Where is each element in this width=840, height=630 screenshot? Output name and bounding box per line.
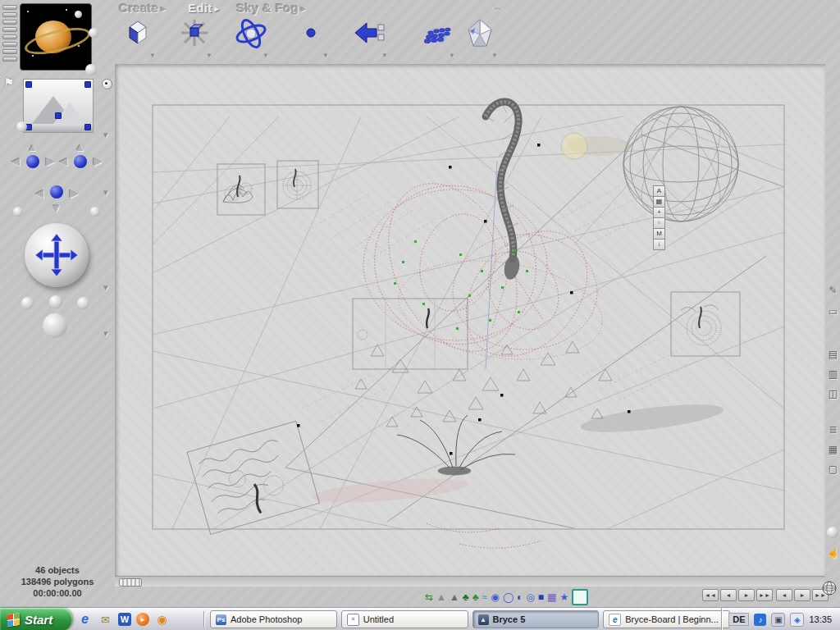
strip-button[interactable] — [2, 27, 17, 32]
arrow-left-icon[interactable]: ◀ — [59, 155, 67, 167]
menu-create[interactable]: Create▸ — [119, 1, 166, 15]
flag-icon[interactable]: ⚑ — [3, 75, 14, 90]
arrow-down-icon[interactable]: ▼ — [51, 202, 62, 214]
mini-trackball-icon[interactable] — [827, 527, 838, 538]
scene-canvas[interactable]: A ▦ + ▫ M ↓ — [115, 64, 825, 576]
drop-button[interactable]: ↓ — [653, 239, 665, 250]
arrow-up-icon[interactable]: ▲ — [75, 141, 85, 153]
nudge-control-left[interactable]: ▲ ◀ ▶ — [11, 141, 54, 182]
swap-preset-icon[interactable]: ⇆ — [425, 591, 433, 604]
nudge-control-down[interactable]: ◀ ▶ ▼ — [35, 179, 78, 220]
dropdown-icon[interactable]: ▾ — [450, 51, 454, 59]
scene-wireframe[interactable] — [115, 64, 825, 576]
internet-explorer-icon[interactable]: e — [77, 612, 93, 628]
prev-view-button[interactable]: ◄ — [776, 589, 792, 601]
circle-preset-icon[interactable]: ◯ — [503, 591, 514, 604]
alignment-tool[interactable]: ▾ — [351, 16, 389, 57]
palette-doc5-icon[interactable]: ▢ — [826, 463, 840, 477]
nudge-control-right[interactable]: ▲ ◀ ▶ — [59, 141, 102, 182]
half-preset-icon[interactable]: ◐ — [517, 591, 523, 604]
trackball-dropdown-icon[interactable]: ▾ — [103, 282, 108, 293]
terrain-editor-tool[interactable]: ▾ — [418, 16, 456, 57]
volume-icon[interactable]: ♪ — [754, 614, 766, 626]
reposition-tool[interactable]: ▾ — [292, 16, 330, 57]
task-bryce-board[interactable]: e Bryce-Board | Beginn... — [603, 610, 730, 628]
clock[interactable]: 13:35 — [809, 614, 833, 624]
attributes-button[interactable]: A — [653, 185, 665, 197]
strip-button[interactable] — [2, 12, 17, 17]
banking-sphere[interactable] — [21, 297, 34, 309]
dropdown-icon[interactable]: ▾ — [263, 51, 267, 59]
dropdown-icon[interactable]: ▾ — [382, 51, 386, 59]
scrollbar-handle[interactable] — [119, 578, 142, 587]
corner-handle[interactable] — [84, 81, 91, 88]
ring-preset-icon[interactable]: ◎ — [526, 591, 534, 604]
banking-sphere[interactable] — [77, 297, 89, 309]
arrow-left-icon[interactable]: ◀ — [35, 187, 43, 199]
mail-icon[interactable]: ✉ — [98, 612, 113, 628]
water-preset-icon[interactable]: ≈ — [482, 591, 488, 604]
arrow-left-icon[interactable]: ◀ — [11, 155, 20, 167]
resize-handle-icon[interactable]: ↔ — [493, 2, 502, 11]
network-icon[interactable]: ◈ — [790, 613, 804, 627]
camera-trackball[interactable] — [25, 223, 89, 287]
move-button[interactable]: + — [653, 207, 665, 218]
view-radio-button[interactable] — [102, 79, 112, 89]
materials-lab-tool[interactable]: ▾ — [461, 16, 499, 57]
arrow-right-icon[interactable]: ▶ — [46, 155, 54, 167]
strip-button[interactable] — [2, 42, 17, 47]
eraser-icon[interactable]: ▭ — [826, 305, 840, 319]
step-back-button[interactable]: ◄ — [720, 589, 737, 601]
list-view-icon[interactable]: ≣ — [826, 423, 840, 437]
camera-view-thumbnail[interactable] — [23, 79, 94, 133]
center-handle[interactable] — [55, 112, 62, 119]
menu-sky-fog[interactable]: Sky & Fog▸ — [236, 1, 305, 15]
square-preset-icon[interactable]: ■ — [538, 591, 544, 604]
strip-button[interactable] — [2, 20, 17, 25]
material-button[interactable]: M — [653, 228, 665, 240]
view-dropdown-icon[interactable]: ▾ — [103, 130, 108, 140]
bounds-button[interactable]: ▫ — [653, 217, 665, 229]
mountain-preset-icon[interactable]: ▲ — [436, 591, 446, 604]
object-control-panel[interactable]: A ▦ + ▫ M ↓ — [653, 185, 664, 249]
fan-plant[interactable] — [397, 415, 515, 475]
nudge-side-sphere[interactable] — [13, 207, 23, 217]
word-icon[interactable]: W — [118, 613, 131, 626]
dropdown-icon[interactable]: ▾ — [150, 51, 154, 59]
pencil-icon[interactable]: ✎ — [826, 284, 840, 298]
arrow-up-icon[interactable]: ▲ — [27, 141, 38, 153]
view-control-sphere[interactable] — [16, 121, 27, 132]
rewind-button[interactable]: ◄◄ — [702, 589, 719, 601]
tree-box-left2[interactable] — [277, 161, 318, 208]
forward-button[interactable]: ►► — [756, 589, 773, 601]
task-bryce5[interactable]: ▲ Bryce 5 — [472, 610, 600, 628]
resize-tool[interactable]: ▾ — [176, 16, 213, 57]
material-preview-box[interactable] — [572, 589, 588, 605]
play-button[interactable]: ► — [738, 589, 755, 601]
palette-doc4-icon[interactable]: ▦ — [826, 443, 840, 457]
dropdown-icon[interactable]: ▾ — [207, 51, 211, 59]
create-object-tool[interactable]: ▾ — [119, 16, 157, 57]
banking-sphere[interactable] — [49, 295, 62, 308]
msn-icon[interactable]: ◉ — [154, 612, 170, 628]
selection-green-handles[interactable] — [394, 240, 528, 330]
menu-edit[interactable]: Edit▸ — [188, 1, 219, 15]
banking-main-sphere[interactable] — [43, 313, 67, 338]
corner-handle[interactable] — [25, 81, 32, 88]
nudge-side-sphere[interactable] — [90, 207, 100, 217]
tree-box-bottom[interactable] — [187, 421, 319, 534]
dropdown-icon[interactable]: ▾ — [323, 51, 327, 59]
rotate-tool[interactable]: ▾ — [232, 16, 270, 57]
task-photoshop[interactable]: Ps Adobe Photoshop — [210, 610, 337, 628]
strip-button[interactable] — [2, 34, 17, 39]
palette-doc2-icon[interactable]: ▥ — [826, 368, 840, 381]
nudge-sphere[interactable] — [74, 155, 87, 168]
media-player-icon[interactable]: ► — [136, 613, 149, 626]
dropdown-icon[interactable]: ▾ — [492, 51, 496, 59]
nudge-dropdown-icon[interactable]: ▾ — [103, 187, 108, 198]
corner-handle[interactable] — [84, 124, 91, 130]
start-button[interactable]: Start — [0, 608, 72, 630]
mountain2-preset-icon[interactable]: ▲ — [450, 591, 459, 604]
display-icon[interactable]: ▣ — [771, 613, 785, 627]
palette-doc-icon[interactable]: ▤ — [826, 348, 840, 362]
